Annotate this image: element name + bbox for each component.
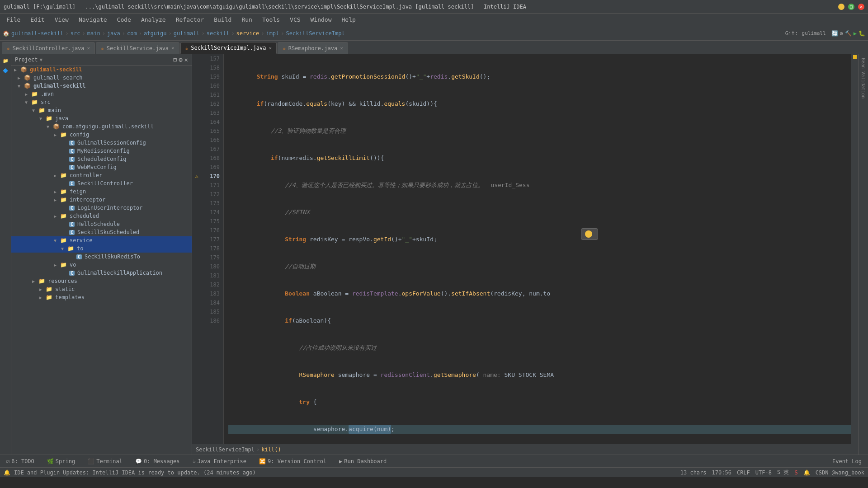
- menu-window[interactable]: Window: [306, 14, 336, 25]
- class-c-icon5: C: [69, 181, 75, 186]
- gutter-176: [192, 226, 201, 235]
- tree-item-src[interactable]: ▼ 📁 src: [11, 98, 192, 106]
- tree-item-main[interactable]: ▼ 📁 main: [11, 106, 192, 114]
- tree-item-scheduled[interactable]: ▶ 📁 scheduled: [11, 212, 192, 220]
- collapse-all-icon[interactable]: ⊟: [173, 56, 177, 63]
- maximize-button[interactable]: □: [848, 4, 854, 10]
- tree-item-root[interactable]: ▶ 📦 gulimall-seckill: [11, 66, 192, 74]
- tree-item-static[interactable]: ▶ 📁 static: [11, 285, 192, 293]
- tree-item-seckillcontroller[interactable]: C SeckillController: [11, 179, 192, 188]
- menu-view[interactable]: View: [50, 14, 73, 25]
- menu-tools[interactable]: Tools: [258, 14, 284, 25]
- tree-item-feign[interactable]: ▶ 📁 feign: [11, 188, 192, 196]
- event-log-button[interactable]: Event Log: [830, 457, 864, 465]
- toolbar-build[interactable]: 🔨: [845, 30, 852, 37]
- tab-close-icon3[interactable]: ✕: [269, 45, 272, 51]
- cursor-position[interactable]: 170:56: [712, 469, 731, 476]
- breadcrumb-atguigu[interactable]: atguigu: [144, 30, 167, 37]
- project-panel-header: Project ▼ ⊟ ⚙ ✕: [11, 54, 192, 66]
- tab-seckillserviceimpl[interactable]: ☕ SeckillServiceImpl.java ✕: [180, 42, 277, 54]
- tab-close-icon2[interactable]: ✕: [171, 45, 175, 51]
- minimize-button[interactable]: —: [838, 4, 844, 10]
- tree-item-gulimall-search[interactable]: ▶ 📦 gulimall-search: [11, 74, 192, 82]
- tab-close-icon4[interactable]: ✕: [340, 45, 343, 51]
- menu-help[interactable]: Help: [337, 14, 360, 25]
- spring-button[interactable]: 🌿 Spring: [44, 457, 78, 465]
- tree-item-to[interactable]: ▼ 📁 to: [11, 244, 192, 253]
- tree-item-resources[interactable]: ▶ 📁 resources: [11, 277, 192, 285]
- breadcrumb-gulimall[interactable]: gulimall: [174, 30, 200, 37]
- encoding[interactable]: UTF-8: [755, 469, 772, 476]
- tree-item-interceptor[interactable]: ▶ 📁 interceptor: [11, 196, 192, 204]
- tree-item-controller[interactable]: ▶ 📁 controller: [11, 171, 192, 179]
- tree-item-myredissonconfig[interactable]: C MyRedissonConfig: [11, 147, 192, 155]
- tab-seckillservice[interactable]: ☕ SeckillService.java ✕: [96, 42, 179, 54]
- tab-rsemaphore[interactable]: ☕ RSemaphore.java ✕: [278, 42, 348, 54]
- tab-label4: RSemaphore.java: [288, 45, 337, 52]
- tab-close-icon[interactable]: ✕: [87, 45, 90, 51]
- todo-button[interactable]: ☑ 6: TODO: [4, 457, 37, 465]
- tree-item-package[interactable]: ▼ 📦 com.atguigu.gulimall.seckill: [11, 122, 192, 131]
- breadcrumb-gulimall-seckill[interactable]: gulimall-seckill: [11, 30, 64, 37]
- code-area[interactable]: ⚠ 157 158: [192, 54, 858, 444]
- tree-item-java[interactable]: ▼ 📁 java: [11, 114, 192, 122]
- breadcrumb-main[interactable]: main: [87, 30, 100, 37]
- tree-item-seckillskuredisto[interactable]: C SecKillSkuRedisTo: [11, 253, 192, 261]
- tree-item-vo[interactable]: ▶ 📁 vo: [11, 261, 192, 269]
- toolbar-sync[interactable]: 🔄: [831, 30, 838, 37]
- menu-edit[interactable]: Edit: [26, 14, 49, 25]
- menu-refactor[interactable]: Refactor: [171, 14, 209, 25]
- tree-item-service[interactable]: ▼ 📁 service: [11, 236, 192, 244]
- chevron-down-icon[interactable]: ▼: [40, 57, 43, 63]
- breadcrumb-impl[interactable]: impl: [266, 30, 279, 37]
- close-button[interactable]: ✕: [858, 4, 864, 10]
- breadcrumb-src[interactable]: src: [71, 30, 80, 37]
- breadcrumb-service[interactable]: service: [236, 30, 259, 37]
- bean-validation-label[interactable]: Bean Validation: [859, 56, 868, 100]
- line-ending[interactable]: CRLF: [737, 469, 750, 476]
- menu-navigate[interactable]: Navigate: [74, 14, 112, 25]
- ln-170: 170: [205, 172, 220, 181]
- toolbar-debug[interactable]: 🐛: [859, 30, 865, 37]
- menu-run[interactable]: Run: [237, 14, 256, 25]
- project-icon: 🏠: [3, 30, 9, 37]
- notifications-icon[interactable]: 🔔: [803, 469, 810, 476]
- tree-item-loginuserinterceptor[interactable]: C LoginUserInterceptor: [11, 204, 192, 212]
- tree-item-config[interactable]: ▶ 📁 config: [11, 131, 192, 139]
- tree-item-gulimallsessionconfig[interactable]: C GulimallSessionConfig: [11, 139, 192, 147]
- structure-tool-btn[interactable]: 🔷: [1, 66, 10, 75]
- version-control-button[interactable]: 🔀 9: Version Control: [256, 457, 329, 465]
- breadcrumb-seckill[interactable]: seckill: [207, 30, 230, 37]
- breadcrumb-java[interactable]: java: [107, 30, 120, 37]
- ln-184: 184: [205, 298, 220, 307]
- menu-vcs[interactable]: VCS: [285, 14, 305, 25]
- tree-item-scheduledconfig[interactable]: C ScheduledConfig: [11, 155, 192, 163]
- close-panel-icon[interactable]: ✕: [184, 56, 188, 63]
- tree-item-helloschedule[interactable]: C HelloSchedule: [11, 220, 192, 228]
- toolbar-settings[interactable]: ⚙: [840, 30, 843, 37]
- tab-seckillcontroller[interactable]: ☕ SeckillController.java ✕: [2, 42, 95, 54]
- project-tool-btn[interactable]: 📁: [1, 56, 10, 65]
- breadcrumb-seckillserviceimpl[interactable]: SeckillServiceImpl: [286, 30, 345, 37]
- tree-item-mvn[interactable]: ▶ 📁 .mvn: [11, 90, 192, 98]
- terminal-button[interactable]: ⬛ Terminal: [85, 457, 125, 465]
- toolbar-run[interactable]: ▶: [854, 30, 857, 37]
- code-content[interactable]: String skuId = redis.getPromotionSession…: [224, 54, 851, 444]
- tree-item-templates[interactable]: ▶ 📁 templates: [11, 293, 192, 301]
- messages-button[interactable]: 💬 0: Messages: [132, 457, 182, 465]
- menu-analyze[interactable]: Analyze: [137, 14, 170, 25]
- run-dashboard-button[interactable]: ▶ Run Dashboard: [336, 457, 389, 465]
- breadcrumb-com[interactable]: com: [127, 30, 137, 37]
- menu-code[interactable]: Code: [113, 14, 136, 25]
- code-line-157: String skuId = redis.getPromotionSession…: [228, 72, 851, 81]
- menu-build[interactable]: Build: [209, 14, 236, 25]
- tree-item-seckillskuscheduled[interactable]: C SeckillSkuScheduled: [11, 228, 192, 236]
- gutter-170-warning: ⚠: [192, 172, 201, 181]
- settings-icon[interactable]: ⚙: [179, 56, 182, 63]
- menu-file[interactable]: File: [2, 14, 25, 25]
- tree-item-gulimall-seckill[interactable]: ▼ 📦 gulimall-seckill: [11, 82, 192, 90]
- tree-item-gulimallseckillapp[interactable]: C GulimallSeckillApplication: [11, 269, 192, 277]
- folder-icon15: 📁: [46, 286, 52, 292]
- tree-item-webmvcconfig[interactable]: C WebMvcConfig: [11, 163, 192, 171]
- java-enterprise-button[interactable]: ☕ Java Enterprise: [189, 457, 249, 465]
